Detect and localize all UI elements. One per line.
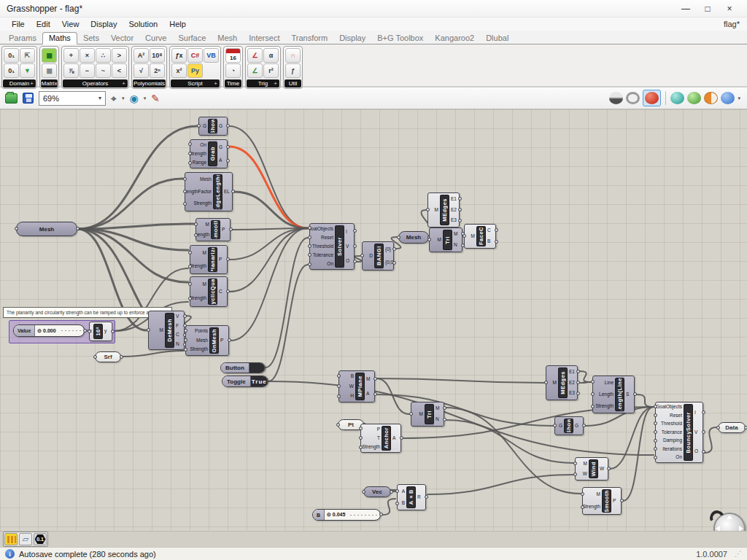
input-port[interactable] [194,222,198,226]
node-pow10[interactable]: x10ˣy [89,322,112,341]
chevron-down-icon[interactable]: ▾ [144,96,147,101]
input-port[interactable] [397,236,400,239]
input-port[interactable] [654,456,657,459]
output-port[interactable] [379,513,383,516]
input-port[interactable] [183,177,187,181]
node-smooth-top[interactable]: MStrengthSmoothP [196,218,231,241]
input-port[interactable] [88,330,91,333]
output-port[interactable] [267,379,269,383]
input-port[interactable] [197,124,201,128]
output-port[interactable] [576,370,580,373]
slider-track[interactable] [350,515,377,516]
script-component-icon[interactable]: C# [187,48,203,63]
script-component-icon[interactable]: ƒx [171,48,187,63]
node-medges-top[interactable]: MMEdgesE1E2E3 [427,192,460,228]
button-widget[interactable]: Button [220,362,266,373]
operators-component-icon[interactable]: < [112,63,127,78]
input-port[interactable] [395,489,399,493]
domain-component-icon[interactable]: 0₁ [4,63,19,78]
node-medges-bottom[interactable]: MMEdgesE1E2E3 [546,365,578,400]
output-port[interactable] [183,314,187,318]
operators-component-icon[interactable]: ⅞ [63,63,79,78]
output-port[interactable] [392,247,396,251]
maximize-button[interactable]: □ [697,4,719,14]
input-port[interactable] [308,226,311,230]
input-port[interactable] [337,394,341,398]
input-port[interactable] [188,297,192,300]
trig-component-icon[interactable]: r² [263,63,279,78]
output-port[interactable] [702,430,705,434]
node-a-times-b[interactable]: ABA×BR [397,484,426,510]
output-port[interactable] [443,418,446,421]
toggle-widget[interactable]: ToggleTrue [222,376,268,387]
output-port[interactable] [226,257,230,261]
script-component-icon[interactable]: x² [171,63,187,78]
output-port[interactable] [226,124,230,128]
input-port[interactable] [184,329,187,332]
open-file-icon[interactable] [5,93,18,104]
input-port[interactable] [654,405,657,408]
slider-track[interactable] [61,330,81,331]
node-grab[interactable]: OnStrengthRangeGrabGA [190,139,228,168]
input-port[interactable] [188,251,192,254]
input-port[interactable] [654,421,657,425]
output-port[interactable] [744,426,747,429]
input-port[interactable] [591,380,595,384]
polynomials-component-icon[interactable]: 10⁸ [150,48,165,63]
preview-eye-icon[interactable]: ◉ [129,93,138,104]
output-port[interactable] [226,159,230,163]
output-port[interactable] [633,392,637,396]
util-component-icon[interactable]: ∩ [285,48,301,63]
node-solver[interactable]: GoalObjectsResetThresholdToleranceOnSolv… [309,223,355,270]
node-planarize[interactable]: MStrengthPlanarizeP [190,245,228,274]
expand-plus-icon[interactable]: + [274,80,277,87]
output-port[interactable] [495,240,498,244]
input-port[interactable] [716,426,720,429]
tab-intersect[interactable]: Intersect [243,33,285,44]
tab-display[interactable]: Display [333,33,371,44]
preview-orange-icon[interactable] [704,92,718,104]
input-port[interactable] [337,384,341,388]
input-port[interactable] [426,208,430,211]
input-port[interactable] [581,505,584,509]
tab-vector[interactable]: Vector [105,33,139,44]
input-port[interactable] [462,234,466,238]
output-port[interactable] [390,490,393,494]
expand-plus-icon[interactable]: + [30,80,34,87]
node-anchor[interactable]: PTStrengthAnchorA [360,424,401,453]
script-component-icon[interactable]: VB [204,48,219,63]
output-port[interactable] [607,467,611,470]
output-port[interactable] [458,208,462,211]
tab-kangaroo2[interactable]: Kangaroo2 [429,33,480,44]
input-port[interactable] [553,424,557,427]
operators-component-icon[interactable]: × [80,48,95,63]
input-port[interactable] [183,190,187,193]
input-port[interactable] [573,472,577,476]
zoom-extents-icon[interactable]: ⌖ [111,93,117,104]
output-port[interactable] [458,219,462,222]
node-cyclic-quad[interactable]: MStrengthCyclicQuadC [190,276,228,307]
input-port[interactable] [308,253,311,257]
zoom-select[interactable]: 69% ▾ [39,91,106,106]
util-component-icon[interactable]: ƒ [285,63,301,78]
output-port[interactable] [374,377,377,381]
node-demesh[interactable]: MDeMeshVFCN [148,311,185,350]
output-port[interactable] [620,499,624,502]
trig-component-icon[interactable]: α [263,48,279,63]
output-port[interactable] [425,495,428,499]
polynomials-component-icon[interactable]: 2ⁿ [150,63,165,78]
operators-component-icon[interactable]: ~ [96,63,111,78]
menu-view[interactable]: View [56,20,85,28]
output-port[interactable] [228,338,231,342]
input-port[interactable] [188,265,192,268]
node-tri-bottom[interactable]: MTriMN [411,402,444,427]
mesh-shaded-icon[interactable] [609,92,623,104]
polynomials-component-icon[interactable]: √ [133,63,149,78]
node-edge-lengths[interactable]: MeshLengthFactorStrengthEdgeLengthsEL [185,172,233,211]
unit-hex-icon[interactable]: 0.1 [34,533,47,545]
operators-component-icon[interactable]: ∴ [96,48,111,63]
tab-surface[interactable]: Surface [172,33,212,44]
output-port[interactable] [229,228,233,231]
menu-edit[interactable]: Edit [31,20,56,28]
input-port[interactable] [654,430,657,434]
